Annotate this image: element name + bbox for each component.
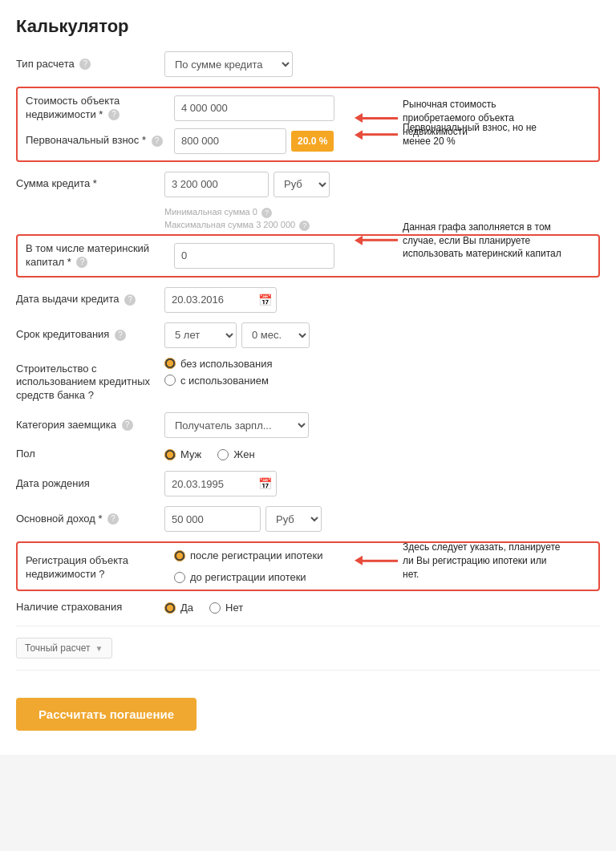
issue-date-input[interactable]: 20.03.2016 xyxy=(164,287,277,313)
borrower-category-select[interactable]: Получатель зарпл... xyxy=(164,412,309,438)
birthdate-row: Дата рождения 20.03.1995 📅 xyxy=(16,471,600,496)
chevron-down-icon: ▼ xyxy=(95,644,103,653)
maternity-capital-label: В том числе материнский капитал * ? xyxy=(26,242,174,269)
income-input[interactable]: 50 000 xyxy=(164,506,261,532)
loan-term-months-select[interactable]: 0 мес.1 мес.2 мес. 3 мес.4 мес.5 мес. 6 … xyxy=(241,322,310,348)
issue-date-row: Дата выдачи кредита ? 20.03.2016 📅 xyxy=(16,287,600,313)
birthdate-wrapper: 20.03.1995 📅 xyxy=(164,471,277,496)
gender-male-option[interactable]: Муж xyxy=(164,448,201,460)
initial-payment-help-icon[interactable]: ? xyxy=(152,136,163,147)
gender-row: Пол Муж Жен xyxy=(16,448,600,461)
insurance-no-option[interactable]: Нет xyxy=(209,602,243,614)
initial-arrow-shaft xyxy=(363,134,398,136)
initial-payment-percent: 20.0 % xyxy=(291,131,334,152)
initial-arrow-head xyxy=(355,130,363,140)
loan-term-row: Срок кредитования ? 1 лет2 лет3 лет4 лет… xyxy=(16,322,600,348)
construction-option2[interactable]: с использованием xyxy=(164,375,600,387)
divider2 xyxy=(16,670,600,671)
insurance-yes-radio[interactable] xyxy=(164,602,176,614)
maternity-arrow-head xyxy=(355,236,363,245)
registration-annotation: Здесь следует указать, планируете ли Вы … xyxy=(355,541,563,581)
gender-label: Пол xyxy=(16,448,164,461)
income-help-icon[interactable]: ? xyxy=(107,513,119,525)
gender-female-option[interactable]: Жен xyxy=(217,448,254,460)
registration-arrow xyxy=(355,556,398,565)
birthdate-label: Дата рождения xyxy=(16,477,164,491)
page-title: Калькулятор xyxy=(16,16,600,37)
initial-payment-annotation: Первоначальный взнос, но не менее 20 % xyxy=(355,121,563,148)
construction-option1[interactable]: без использования xyxy=(164,358,600,370)
issue-date-label: Дата выдачи кредита ? xyxy=(16,293,164,306)
loan-max-help-icon[interactable]: ? xyxy=(299,221,310,231)
calculate-section: Рассчитать погашение xyxy=(16,682,600,731)
maternity-annotation: Данная графа заполняется в том случае, е… xyxy=(355,221,563,261)
reg-arrow-shaft xyxy=(363,560,398,562)
issue-date-help-icon[interactable]: ? xyxy=(124,294,136,306)
divider1 xyxy=(16,626,600,626)
property-cost-input[interactable]: 4 000 000 xyxy=(174,95,334,121)
construction-row: Строительство с использованием кредитных… xyxy=(16,358,600,403)
registration-help-icon[interactable]: ? xyxy=(99,568,104,580)
loan-amount-currency-select[interactable]: Руб USD EUR xyxy=(274,172,330,197)
maternity-arrow xyxy=(355,236,398,245)
initial-payment-input[interactable]: 800 000 xyxy=(174,128,286,154)
loan-amount-label: Сумма кредита * xyxy=(16,177,164,191)
loan-amount-input[interactable]: 3 200 000 xyxy=(164,172,269,197)
insurance-options: Да Нет xyxy=(164,602,243,614)
gender-options: Муж Жен xyxy=(164,448,255,460)
insurance-no-radio[interactable] xyxy=(209,602,221,614)
maternity-help-icon[interactable]: ? xyxy=(76,257,87,268)
loan-amount-row: Сумма кредита * 3 200 000 Руб USD EUR xyxy=(16,172,600,197)
borrower-category-row: Категория заемщика ? Получатель зарпл... xyxy=(16,412,600,438)
precise-calc-row: Точный расчет ▼ xyxy=(16,638,600,659)
borrower-category-label: Категория заемщика ? xyxy=(16,419,164,432)
loan-term-inputs: 1 лет2 лет3 лет4 лет 5 лет10 лет15 лет 2… xyxy=(164,322,310,348)
loan-term-label: Срок кредитования ? xyxy=(16,328,164,342)
loan-term-help-icon[interactable]: ? xyxy=(115,330,126,341)
initial-payment-arrow xyxy=(355,130,398,140)
birthdate-input[interactable]: 20.03.1995 xyxy=(164,471,277,496)
loan-min-help-icon[interactable]: ? xyxy=(261,208,272,218)
property-cost-block: Стоимость объекта недвижимости * ? 4 000… xyxy=(16,87,600,162)
issue-date-wrapper: 20.03.2016 📅 xyxy=(164,287,277,313)
calculation-type-select[interactable]: По сумме кредита По платежу xyxy=(164,51,293,77)
gender-male-radio[interactable] xyxy=(164,449,176,460)
calculation-type-label: Тип расчета ? xyxy=(16,58,164,71)
registration-annotation-text: Здесь следует указать, планируете ли Вы … xyxy=(403,541,563,581)
insurance-yes-option[interactable]: Да xyxy=(164,602,193,614)
maternity-capital-input[interactable]: 0 xyxy=(174,243,334,269)
construction-help-icon[interactable]: ? xyxy=(88,389,94,401)
maternity-arrow-shaft xyxy=(363,239,398,241)
page-wrapper: Калькулятор Тип расчета ? По сумме креди… xyxy=(0,0,616,755)
income-label: Основной доход * ? xyxy=(16,513,164,526)
construction-options: без использования с использованием xyxy=(164,358,600,387)
registration-block: Регистрация объекта недвижимости ? после… xyxy=(16,541,600,591)
property-arrow-shaft xyxy=(363,117,398,120)
maternity-annotation-text: Данная графа заполняется в том случае, е… xyxy=(403,221,563,261)
gender-female-radio[interactable] xyxy=(217,449,229,460)
income-currency-select[interactable]: Руб USD xyxy=(265,506,322,532)
construction-label: Строительство с использованием кредитных… xyxy=(16,358,164,403)
registration-radio2[interactable] xyxy=(174,572,185,583)
reg-arrow-head xyxy=(355,556,363,565)
loan-term-years-select[interactable]: 1 лет2 лет3 лет4 лет 5 лет10 лет15 лет 2… xyxy=(164,322,237,348)
precise-calc-button[interactable]: Точный расчет ▼ xyxy=(16,638,112,659)
construction-radio1[interactable] xyxy=(164,358,176,369)
borrower-category-help-icon[interactable]: ? xyxy=(122,419,133,431)
registration-label: Регистрация объекта недвижимости ? xyxy=(26,549,174,582)
maternity-capital-block: В том числе материнский капитал * ? 0 Да… xyxy=(16,234,600,278)
insurance-label: Наличие страхования xyxy=(16,601,164,614)
property-cost-label: Стоимость объекта недвижимости * ? xyxy=(26,95,174,122)
calculation-type-help-icon[interactable]: ? xyxy=(79,59,91,70)
calculate-button[interactable]: Рассчитать погашение xyxy=(16,698,197,731)
initial-payment-annotation-text: Первоначальный взнос, но не менее 20 % xyxy=(403,121,563,148)
loan-amount-min-text: Минимальная сумма 0 ? xyxy=(164,207,600,218)
registration-radio1[interactable] xyxy=(174,550,185,561)
insurance-row: Наличие страхования Да Нет xyxy=(16,601,600,614)
initial-payment-label: Первоначальный взнос * ? xyxy=(26,134,174,148)
construction-radio2[interactable] xyxy=(164,375,176,386)
calculation-type-row: Тип расчета ? По сумме кредита По платеж… xyxy=(16,51,600,77)
income-row: Основной доход * ? 50 000 Руб USD xyxy=(16,506,600,532)
property-cost-help-icon[interactable]: ? xyxy=(108,109,120,120)
